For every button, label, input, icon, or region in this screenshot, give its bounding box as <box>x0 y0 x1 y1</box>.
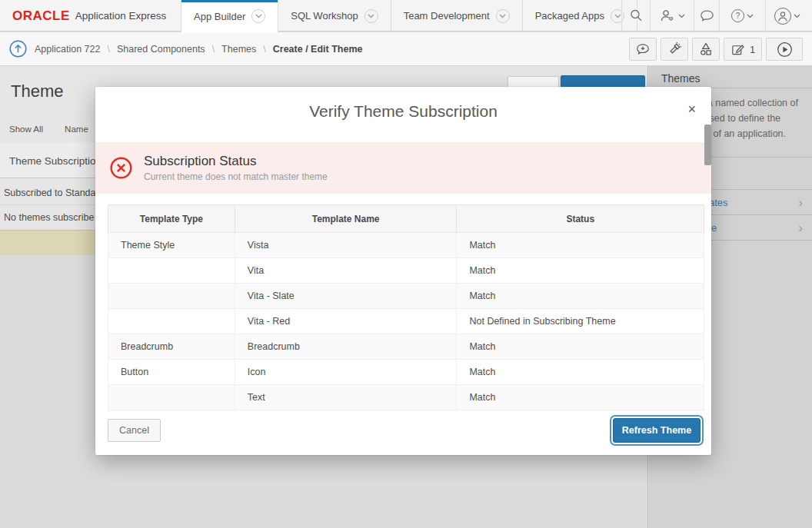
nav-icon-buttons: ? <box>621 0 809 32</box>
debug-flashlight-button[interactable] <box>661 38 688 61</box>
filter-tab[interactable]: Show All <box>9 125 43 134</box>
page-title: Theme <box>11 81 63 101</box>
close-icon[interactable]: × <box>687 102 696 116</box>
table-column-header[interactable]: Template Name <box>235 205 457 233</box>
template-name-cell: Vista <box>235 233 457 258</box>
breadcrumb-item[interactable]: Shared Components \ <box>117 44 221 55</box>
edit-page-number: 1 <box>750 44 755 55</box>
nav-tab-label: Team Development <box>404 10 490 22</box>
chevron-right-icon: › <box>798 221 803 234</box>
nav-tab[interactable]: SQL Workshop <box>278 0 391 32</box>
nav-tabs: App Builder SQL Workshop Team Developmen… <box>181 0 637 32</box>
dialog-title: Verify Theme Subscription <box>95 102 711 121</box>
breadcrumb-item[interactable]: Create / Edit Theme <box>273 44 377 55</box>
account-icon[interactable] <box>765 0 809 32</box>
alert-title: Subscription Status <box>144 154 328 169</box>
chevron-down-icon[interactable] <box>496 9 510 23</box>
status-cell: Match <box>457 258 704 284</box>
help-question-mark: ? <box>736 12 740 20</box>
breadcrumb-item-label[interactable]: Themes <box>221 44 256 55</box>
template-name-cell: Vita <box>235 258 457 284</box>
chevron-down-icon[interactable] <box>364 9 378 23</box>
filter-tab[interactable]: Name <box>65 125 88 134</box>
report-filter-tabs: Show All Name <box>9 125 88 134</box>
nav-tab-label: App Builder <box>194 11 245 22</box>
product-name: Application Express <box>75 10 167 22</box>
template-type-cell: Breadcrumb <box>108 334 235 360</box>
nav-tab[interactable]: Packaged Apps <box>523 0 637 32</box>
breadcrumb-separator: \ <box>212 44 215 55</box>
table-row: Vita - Red Not Defined in Subscribing Th… <box>108 309 704 334</box>
breadcrumb-item[interactable]: Themes \ <box>221 44 273 55</box>
table-row: Text Match <box>108 385 704 410</box>
table-row: Breadcrumb Breadcrumb Match <box>108 334 704 360</box>
feedback-chat-icon[interactable] <box>694 0 719 32</box>
breadcrumb-separator: \ <box>107 44 109 55</box>
dialog-scrollbar-thumb[interactable] <box>704 125 711 165</box>
run-application-button[interactable] <box>766 38 803 61</box>
brand: ORACLE Application Express <box>0 0 181 32</box>
page-toolbar: 1 <box>629 38 803 61</box>
template-name-cell: Text <box>235 385 457 410</box>
status-cell: Not Defined in Subscribing Theme <box>457 309 704 334</box>
verify-theme-subscription-dialog: Verify Theme Subscription × Subscription… <box>95 87 711 455</box>
help-icon[interactable]: ? <box>719 0 765 32</box>
edit-page-button[interactable]: 1 <box>724 38 762 61</box>
template-type-cell: Theme Style <box>108 233 235 258</box>
template-type-cell: Button <box>108 360 235 385</box>
breadcrumb-separator: \ <box>263 44 265 55</box>
nav-tab-label: Packaged Apps <box>535 10 604 22</box>
error-circle-x-icon <box>109 156 133 180</box>
template-type-cell <box>108 258 235 284</box>
subscription-status-alert: Subscription Status Current theme does n… <box>95 142 711 194</box>
status-cell: Match <box>457 334 704 360</box>
breadcrumb: Application 722 \ Shared Components \ Th… <box>9 32 376 65</box>
table-row: Button Icon Match <box>108 360 704 385</box>
nav-tab[interactable]: App Builder <box>181 0 278 32</box>
template-name-cell: Vita - Slate <box>235 284 457 309</box>
template-name-cell: Breadcrumb <box>235 334 457 360</box>
oracle-logo: ORACLE <box>12 8 70 24</box>
breadcrumb-item[interactable]: Application 722 \ <box>35 44 117 55</box>
alert-message: Current theme does not match master them… <box>144 171 328 182</box>
chevron-right-icon: › <box>798 196 803 209</box>
status-cell: Match <box>457 284 704 309</box>
collaborate-users-icon[interactable] <box>650 0 694 32</box>
refresh-theme-button[interactable]: Refresh Theme <box>613 418 701 443</box>
search-icon[interactable] <box>621 0 650 32</box>
nav-tab[interactable]: Team Development <box>391 0 523 32</box>
breadcrumb-item-label[interactable]: Shared Components <box>117 44 205 55</box>
status-cell: Match <box>457 233 704 258</box>
table-row: Vita Match <box>108 258 704 284</box>
template-status-table: Template TypeTemplate NameStatus Theme S… <box>108 204 704 410</box>
sidebar-title: Themes <box>649 66 812 88</box>
table-column-header[interactable]: Status <box>457 205 704 233</box>
region-title: Theme Subscriptions <box>9 155 107 167</box>
feedback-comment-add-button[interactable] <box>629 38 657 61</box>
table-row: Theme Style Vista Match <box>108 233 704 258</box>
template-name-cell: Icon <box>235 360 457 385</box>
top-navigation-bar: ORACLE Application Express App Builder S… <box>0 0 812 32</box>
breadcrumb-bar: Application 722 \ Shared Components \ Th… <box>0 32 812 66</box>
table-row: Vita - Slate Match <box>108 284 704 309</box>
status-cell: Match <box>457 385 704 410</box>
template-name-cell: Vita - Red <box>235 309 457 334</box>
template-type-cell <box>108 309 235 334</box>
table-column-header[interactable]: Template Type <box>108 205 235 233</box>
breadcrumb-item-label[interactable]: Application 722 <box>35 44 100 55</box>
cancel-button[interactable]: Cancel <box>108 419 161 442</box>
shared-components-shapes-button[interactable] <box>692 38 720 61</box>
nav-tab-label: SQL Workshop <box>291 10 358 22</box>
up-level-icon[interactable] <box>9 40 27 58</box>
breadcrumb-item-label[interactable]: Create / Edit Theme <box>273 44 363 55</box>
template-type-cell <box>108 284 235 309</box>
chevron-down-icon[interactable] <box>251 9 265 23</box>
status-cell: Match <box>457 360 704 385</box>
template-type-cell <box>108 385 235 410</box>
